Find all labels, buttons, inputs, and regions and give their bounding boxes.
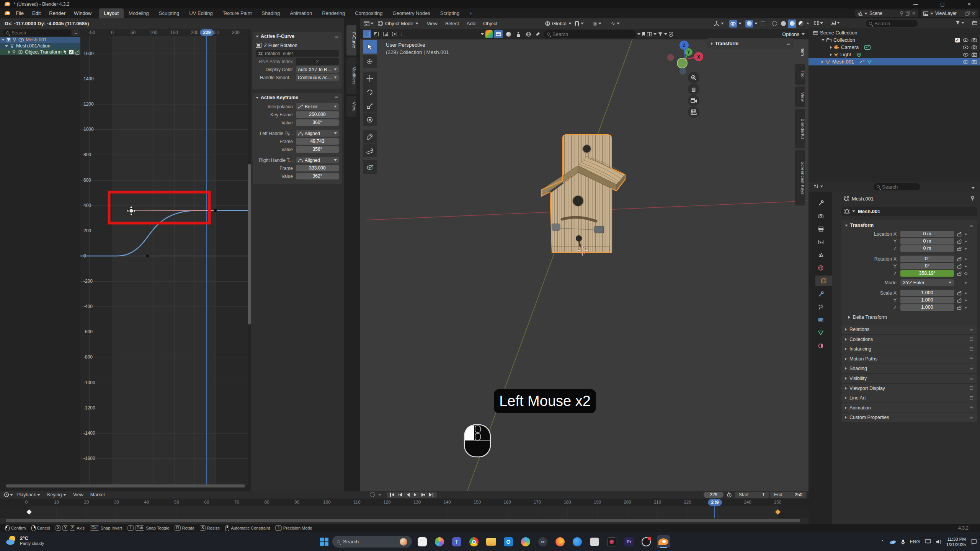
npanel-tab-blenderkit[interactable]: BlenderKit bbox=[795, 109, 805, 148]
discord-icon[interactable] bbox=[536, 535, 549, 548]
panel-visibility[interactable]: Visibility☰ bbox=[841, 374, 977, 383]
transform-value-field[interactable]: 0° bbox=[900, 256, 954, 262]
xray-toggle[interactable] bbox=[745, 20, 758, 28]
workspace-tab-sculpting[interactable]: Sculpting bbox=[154, 8, 184, 18]
lock-icon[interactable] bbox=[956, 231, 962, 236]
channel-mesh-001[interactable]: Mesh.001 bbox=[0, 37, 80, 43]
viewport-3d[interactable]: Object Mode ViewSelectAddObject Global ◎… bbox=[360, 18, 808, 491]
cursor-tool[interactable] bbox=[363, 55, 377, 68]
chrome-icon[interactable] bbox=[467, 535, 480, 548]
viewport-menu-object[interactable]: Object bbox=[479, 19, 501, 29]
menu-window[interactable]: Window bbox=[70, 8, 96, 18]
animate-toggle[interactable]: ◇ bbox=[962, 271, 969, 276]
left-handle-type-dropdown[interactable]: Aligned bbox=[296, 130, 339, 137]
animate-toggle[interactable]: ● bbox=[962, 257, 969, 261]
scale-tool[interactable] bbox=[363, 99, 377, 112]
object-name-field[interactable]: Mesh.001 bbox=[841, 207, 977, 216]
animate-toggle[interactable]: ● bbox=[962, 232, 969, 236]
taskbar-search[interactable]: Search bbox=[332, 536, 412, 548]
timeline-track[interactable] bbox=[0, 506, 808, 518]
photos-icon[interactable] bbox=[519, 535, 532, 548]
lock-icon[interactable] bbox=[956, 264, 962, 269]
timeline-scrollbar[interactable] bbox=[6, 519, 800, 522]
graph-filter-toggle[interactable]: ↔ bbox=[72, 29, 80, 36]
world-tab-icon[interactable] bbox=[815, 262, 826, 273]
lock-icon[interactable] bbox=[956, 298, 962, 303]
panel-custom-properties[interactable]: Custom Properties☰ bbox=[841, 413, 977, 422]
snap-toggle[interactable] bbox=[575, 21, 584, 26]
close-button[interactable]: ✕ bbox=[964, 0, 975, 8]
pan-hand-icon[interactable] bbox=[688, 83, 699, 95]
outlook-icon[interactable]: O bbox=[502, 535, 515, 548]
current-frame-field[interactable]: 229 bbox=[704, 492, 724, 498]
properties-search-input[interactable]: Search bbox=[874, 183, 920, 190]
photoshop-express-icon[interactable] bbox=[605, 535, 618, 548]
orientation-dropdown[interactable]: Global bbox=[545, 21, 572, 26]
keyframe-diamond-1[interactable] bbox=[26, 509, 32, 515]
animate-toggle[interactable]: ● bbox=[962, 240, 969, 243]
outliner-item-collection[interactable]: Collection✓ bbox=[808, 36, 980, 44]
menu-edit[interactable]: Edit bbox=[28, 8, 45, 18]
outliner-item-light[interactable]: Light bbox=[808, 51, 980, 58]
timeline-ruler[interactable]: 0102030405060708090100110120130140150160… bbox=[0, 499, 808, 506]
measure-tool[interactable] bbox=[363, 143, 377, 157]
shading-modes[interactable] bbox=[770, 20, 808, 28]
orthographic-icon[interactable] bbox=[688, 106, 699, 118]
viewlayer-tab-icon[interactable] bbox=[815, 236, 826, 247]
animate-toggle[interactable]: ● bbox=[962, 298, 969, 302]
outliner-item-camera[interactable]: Camera bbox=[808, 44, 980, 51]
viewlayer-selector[interactable]: ViewLayer✕ bbox=[921, 10, 978, 17]
workspace-tab-scripting[interactable]: Scripting bbox=[435, 8, 465, 18]
lock-icon[interactable] bbox=[956, 271, 962, 276]
animate-toggle[interactable]: ● bbox=[962, 306, 969, 310]
tool-tab-icon[interactable] bbox=[815, 197, 826, 208]
transform-value-field[interactable]: 0 m bbox=[900, 245, 954, 252]
firefox-icon[interactable] bbox=[554, 535, 567, 548]
teams-icon[interactable]: T bbox=[450, 535, 463, 548]
render-tab-icon[interactable] bbox=[815, 210, 826, 221]
left-handle-value-field[interactable]: 356° bbox=[296, 146, 339, 153]
panel-animation[interactable]: Animation☰ bbox=[841, 403, 977, 412]
outliner-filter-icon[interactable] bbox=[956, 21, 964, 25]
record-icon[interactable] bbox=[370, 492, 375, 497]
editor-type-icon[interactable] bbox=[364, 21, 369, 26]
proportional-edit-toggle[interactable]: ◎ bbox=[593, 21, 601, 26]
clock-widget[interactable]: 11:30 PM 1/31/2025 bbox=[946, 536, 966, 547]
interpolation-dropdown[interactable]: Bézier bbox=[296, 103, 339, 110]
workspace-tab-animation[interactable]: Animation bbox=[285, 8, 317, 18]
outliner-filter-obj[interactable] bbox=[831, 21, 840, 25]
transform-value-field[interactable]: 1.000 bbox=[900, 290, 954, 296]
minimize-button[interactable]: — bbox=[910, 0, 921, 8]
mode-dropdown[interactable]: Object Mode bbox=[378, 21, 418, 26]
active-keyframe-panel-header[interactable]: Active Keyframe☰ bbox=[253, 93, 342, 102]
transform-value-field[interactable]: 0 m bbox=[900, 238, 954, 245]
rna-index-field[interactable]: 2 bbox=[296, 58, 339, 65]
rotate-tool[interactable] bbox=[363, 85, 377, 99]
premiere-icon[interactable]: Pr bbox=[622, 535, 635, 548]
frame-end-field[interactable]: End250 bbox=[770, 492, 806, 498]
select-box-tool[interactable] bbox=[363, 40, 377, 54]
viewport-menu-view[interactable]: View bbox=[423, 19, 441, 29]
transform-tool[interactable] bbox=[363, 113, 377, 126]
properties-options[interactable] bbox=[972, 185, 975, 191]
blender-icon[interactable] bbox=[657, 535, 670, 548]
npanel-tab-tool[interactable]: Tool bbox=[795, 64, 805, 85]
key-value-field[interactable]: 360° bbox=[296, 119, 339, 126]
falloff-dropdown[interactable]: ∿ bbox=[611, 21, 620, 26]
blenderkit-search-input[interactable]: Search bbox=[544, 30, 636, 38]
viewport-menu-add[interactable]: Add bbox=[463, 19, 479, 29]
notion-icon[interactable] bbox=[588, 535, 601, 548]
workspace-tab-rendering[interactable]: Rendering bbox=[317, 8, 350, 18]
autokey-clock-icon[interactable] bbox=[727, 492, 732, 497]
properties-editor-icon[interactable] bbox=[814, 184, 823, 189]
channel-object transform[interactable]: Object Transform✓ bbox=[0, 49, 80, 55]
show-gizmo-toggle[interactable] bbox=[714, 21, 724, 26]
lock-icon[interactable] bbox=[956, 305, 962, 310]
npanel-tab-view[interactable]: View bbox=[795, 86, 805, 108]
obs-icon[interactable] bbox=[640, 535, 653, 548]
outliner-item-mesh-001[interactable]: Mesh.001 bbox=[808, 58, 980, 65]
physics-tab-icon[interactable] bbox=[815, 315, 826, 325]
graph-search-input[interactable]: Search bbox=[3, 29, 71, 36]
channel-mesh-001action[interactable]: Mesh.001Action bbox=[0, 43, 80, 49]
new-collection-icon[interactable] bbox=[972, 21, 977, 25]
